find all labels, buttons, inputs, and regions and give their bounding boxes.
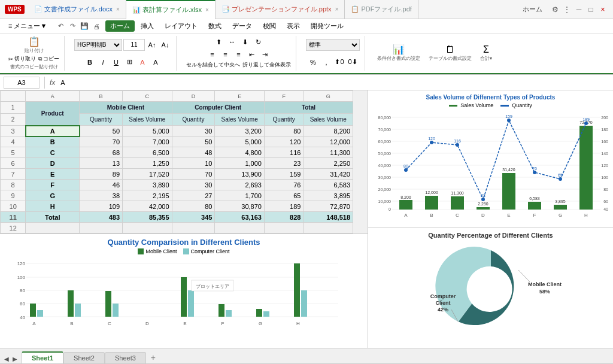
- table-cell[interactable]: 3: [1, 126, 26, 136]
- align-middle-button[interactable]: ↔: [226, 36, 238, 48]
- decimal-inc-button[interactable]: ⬆0: [333, 56, 345, 68]
- font-select[interactable]: HGP明朝B: [74, 39, 122, 51]
- table-cell[interactable]: 7: [1, 169, 26, 180]
- table-cell[interactable]: 72,870: [304, 201, 353, 212]
- table-cell[interactable]: 68: [80, 147, 123, 158]
- font-grow-button[interactable]: A↑: [146, 39, 158, 51]
- close-docx-icon[interactable]: ×: [116, 6, 120, 13]
- undo-icon[interactable]: ↶: [55, 21, 66, 32]
- empty-cell[interactable]: [123, 223, 172, 233]
- table-cell[interactable]: 80: [264, 126, 304, 136]
- border-button[interactable]: ⊞: [123, 56, 135, 68]
- table-cell[interactable]: 6,500: [123, 147, 172, 158]
- total-cell[interactable]: 85,355: [123, 212, 172, 223]
- table-cell[interactable]: 9: [1, 190, 26, 201]
- table-cell[interactable]: F: [26, 180, 80, 190]
- table-cell[interactable]: 13,900: [215, 169, 264, 180]
- align-bottom-button[interactable]: ⬇: [239, 36, 251, 48]
- table-cell[interactable]: C: [26, 147, 80, 158]
- italic-button[interactable]: I: [97, 56, 109, 68]
- table-cell[interactable]: 1,250: [123, 158, 172, 169]
- maximize-button[interactable]: □: [585, 4, 596, 15]
- table-cell[interactable]: 1,000: [215, 158, 264, 169]
- table-cell[interactable]: 5: [1, 147, 26, 158]
- table-cell[interactable]: 6: [1, 158, 26, 169]
- sheet-tab-2[interactable]: Sheet2: [63, 352, 105, 363]
- percent-button[interactable]: %: [307, 56, 319, 68]
- table-cell[interactable]: 10: [172, 158, 215, 169]
- table-cell[interactable]: 116: [264, 147, 304, 158]
- table-cell[interactable]: H: [26, 201, 80, 212]
- table-cell[interactable]: 42,000: [123, 201, 172, 212]
- table-cell[interactable]: 2,250: [304, 158, 353, 169]
- empty-cell[interactable]: [26, 223, 80, 233]
- table-cell[interactable]: 30: [172, 180, 215, 190]
- table-cell[interactable]: 12,000: [304, 136, 353, 147]
- cell-reference-input[interactable]: [4, 77, 40, 89]
- table-cell[interactable]: A: [26, 126, 80, 136]
- menu-insert[interactable]: 挿入: [136, 20, 159, 32]
- copy-format-button[interactable]: 書式のコピー貼り付け: [10, 63, 58, 70]
- merge-center-button[interactable]: セルを結合して中央へ: [186, 61, 240, 69]
- decimal-dec-button[interactable]: 0⬇: [347, 56, 359, 68]
- menu-view[interactable]: 表示: [282, 20, 305, 32]
- table-cell[interactable]: 3,890: [123, 180, 172, 190]
- font-size-input[interactable]: [123, 39, 145, 51]
- indent-increase-button[interactable]: ⇥: [259, 48, 271, 60]
- tab-docx[interactable]: 📄 文書作成ファイル.docx ×: [28, 0, 126, 19]
- fill-color-button[interactable]: A: [136, 56, 148, 68]
- table-cell[interactable]: 3,895: [304, 190, 353, 201]
- total-cell[interactable]: 148,518: [304, 212, 353, 223]
- tab-pdf[interactable]: 📋 PDFファイル.pdf: [345, 0, 418, 19]
- menu-layout[interactable]: レイアウト: [160, 20, 202, 32]
- table-cell[interactable]: D: [26, 158, 80, 169]
- tab-pptx[interactable]: 📑 プレゼンテーションファイル.pptx ×: [216, 0, 345, 19]
- table-cell[interactable]: 30,870: [215, 201, 264, 212]
- total-cell[interactable]: Total: [26, 212, 80, 223]
- table-cell[interactable]: 50: [172, 136, 215, 147]
- table-cell[interactable]: 31,420: [304, 169, 353, 180]
- comma-button[interactable]: ,: [320, 56, 332, 68]
- total-cell[interactable]: 63,163: [215, 212, 264, 223]
- total-cell[interactable]: 828: [264, 212, 304, 223]
- table-cell[interactable]: 2,195: [123, 190, 172, 201]
- align-right-button[interactable]: ≡: [233, 48, 245, 60]
- tab-xlsx[interactable]: 📊 表計算ファイル.xlsx ×: [126, 0, 216, 19]
- table-cell[interactable]: 27: [172, 190, 215, 201]
- table-cell[interactable]: 48: [172, 147, 215, 158]
- table-cell[interactable]: 5,000: [215, 136, 264, 147]
- menu-review[interactable]: 校閲: [258, 20, 281, 32]
- font-shrink-button[interactable]: A↓: [159, 39, 171, 51]
- table-cell[interactable]: 10: [1, 201, 26, 212]
- total-cell[interactable]: 483: [80, 212, 123, 223]
- align-top-button[interactable]: ⬆: [213, 36, 225, 48]
- table-cell[interactable]: 109: [80, 201, 123, 212]
- table-cell[interactable]: 6,583: [304, 180, 353, 190]
- table-cell[interactable]: 1,700: [215, 190, 264, 201]
- settings-icon[interactable]: ⚙: [550, 4, 560, 15]
- menu-data[interactable]: データ: [227, 20, 257, 32]
- table-cell[interactable]: E: [26, 169, 80, 180]
- align-left-button[interactable]: ≡: [207, 48, 219, 60]
- table-cell[interactable]: 70: [172, 169, 215, 180]
- sheet-tab-3[interactable]: Sheet3: [105, 352, 146, 363]
- table-cell[interactable]: 50: [80, 126, 123, 136]
- table-cell[interactable]: 38: [80, 190, 123, 201]
- bold-button[interactable]: B: [84, 56, 96, 68]
- paste-button[interactable]: 📋 貼り付け: [22, 36, 46, 55]
- text-rotate-button[interactable]: ↻: [253, 36, 265, 48]
- table-cell[interactable]: 159: [264, 169, 304, 180]
- empty-cell[interactable]: [80, 223, 123, 233]
- indent-decrease-button[interactable]: ⇤: [246, 48, 258, 60]
- table-cell[interactable]: 189: [264, 201, 304, 212]
- close-xlsx-icon[interactable]: ×: [205, 7, 209, 13]
- empty-cell[interactable]: [215, 223, 264, 233]
- empty-cell[interactable]: [304, 223, 353, 233]
- table-cell[interactable]: 30: [172, 126, 215, 136]
- menu-formula[interactable]: 数式: [204, 20, 226, 32]
- table-cell[interactable]: 120: [264, 136, 304, 147]
- font-color-button[interactable]: A: [150, 56, 162, 68]
- sheet-tab-1[interactable]: Sheet1: [22, 351, 63, 363]
- table-cell[interactable]: 13: [80, 158, 123, 169]
- table-cell[interactable]: 65: [264, 190, 304, 201]
